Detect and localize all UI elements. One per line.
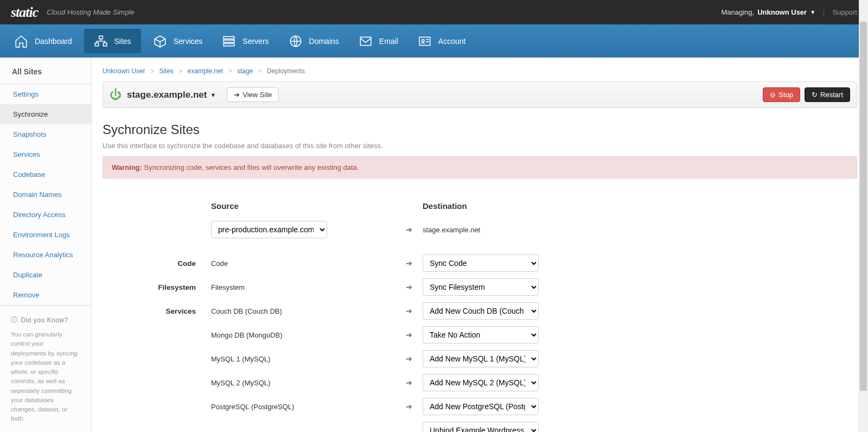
topbar: static Cloud Hosting Made Simple Managin… [0, 0, 868, 24]
sync-row-code: Code Code ➔ Sync Code [135, 252, 732, 274]
nav-label: Email [379, 37, 398, 46]
nav-dashboard[interactable]: Dashboard [4, 24, 82, 58]
account-icon [418, 34, 432, 48]
dest-postgresql-select[interactable]: Add New PostgreSQL (PostgreSQL) [423, 398, 539, 415]
managing-label: Managing, [721, 8, 754, 16]
svg-rect-1 [95, 43, 99, 46]
dest-extra-select[interactable]: Unbind Example Wordpress DB [423, 422, 539, 432]
view-site-button[interactable]: ➔ View Site [227, 87, 279, 102]
breadcrumb: Unknown User > Sites > example.net > sta… [103, 67, 857, 75]
separator: | [823, 8, 825, 16]
source-mysql1: MySQL 1 (MySQL) [211, 355, 395, 363]
sync-row-filesystem: Filesystem Filesystem ➔ Sync Filesystem [135, 276, 732, 298]
sites-icon [94, 34, 108, 48]
power-icon[interactable]: ⏻ [110, 88, 122, 102]
nav-domains[interactable]: Domains [279, 24, 349, 58]
source-select[interactable]: pre-production.example.com [211, 221, 327, 238]
restart-button[interactable]: ↻ Restart [805, 87, 850, 102]
dest-heading: Destination [423, 201, 467, 211]
row-label-services: Services [135, 307, 211, 315]
warning-text: Syncronizing code, services and files wi… [144, 163, 359, 171]
sidebar-item-directory-access[interactable]: Directory Access [0, 205, 91, 225]
nav-account[interactable]: Account [408, 24, 476, 58]
row-label-code: Code [135, 259, 211, 268]
nav-label: Domains [309, 37, 339, 46]
warning-alert: Warning: Syncronizing code, services and… [103, 156, 857, 179]
svg-rect-8 [419, 37, 430, 45]
view-site-label: View Site [242, 91, 272, 99]
nav-sites[interactable]: Sites [84, 29, 141, 53]
breadcrumb-sites[interactable]: Sites [159, 67, 174, 75]
sidebar-info-title: ⓘ Did you Know? [11, 315, 80, 325]
current-user[interactable]: Unknown User [757, 8, 807, 16]
arrow-right-icon: ➔ [406, 331, 412, 339]
sidebar-item-services[interactable]: Services [0, 144, 91, 164]
home-icon [14, 34, 28, 48]
dest-mysql1-select[interactable]: Add New MySQL 1 (MySQL) [423, 350, 539, 367]
sidebar-item-domain-names[interactable]: Domain Names [0, 185, 91, 205]
sync-row-mongodb: Mongo DB (MongoDB) ➔ Take No Action [135, 324, 732, 346]
source-mysql2: MySQL 2 (MySQL) [211, 379, 395, 387]
sidebar-item-settings[interactable]: Settings [0, 84, 91, 104]
site-panel: ⏻ stage.example.net ▼ ➔ View Site ⊖ Stop… [103, 81, 857, 108]
caret-down-icon: ▼ [210, 92, 216, 98]
breadcrumb-stage[interactable]: stage [237, 67, 253, 75]
sidebar-info-text: You can granularly control your deployme… [11, 330, 80, 424]
caret-down-icon[interactable]: ▼ [810, 9, 815, 15]
nav-email[interactable]: Email [349, 24, 408, 58]
globe-icon [289, 34, 303, 48]
dest-filesystem-select[interactable]: Sync Filesystem [423, 278, 539, 296]
tagline: Cloud Hosting Made Simple [47, 8, 134, 16]
nav-services[interactable]: Services [143, 24, 213, 58]
sidebar-item-codebase[interactable]: Codebase [0, 164, 91, 185]
scrollbar-thumb[interactable] [860, 22, 867, 391]
arrow-right-icon: ➔ [406, 378, 412, 387]
arrow-right-icon: ➔ [406, 259, 412, 268]
source-filesystem: Filesystem [211, 283, 395, 291]
sidebar-info: ⓘ Did you Know? You can granularly contr… [0, 306, 91, 432]
arrow-right-icon: ➔ [406, 225, 412, 234]
site-name-dropdown[interactable]: stage.example.net ▼ [127, 90, 216, 100]
sync-grid: Source Destination pre-production.exampl… [135, 195, 732, 432]
logo[interactable]: static [11, 4, 38, 21]
svg-rect-3 [224, 36, 235, 39]
dest-code-select[interactable]: Sync Code [423, 255, 539, 272]
site-name-text: stage.example.net [127, 90, 207, 100]
page-subtitle: Use this interface to sychronize the cod… [103, 142, 857, 150]
sync-source-row: pre-production.example.com ➔ stage.examp… [135, 219, 732, 240]
sidebar-item-remove[interactable]: Remove [0, 285, 91, 305]
svg-rect-0 [99, 36, 103, 39]
nav-servers[interactable]: Servers [212, 24, 278, 58]
dest-mongodb-select[interactable]: Take No Action [423, 326, 539, 344]
dest-couchdb-select[interactable]: Add New Couch DB (Couch DB) [423, 302, 539, 320]
server-icon [222, 34, 236, 48]
source-code: Code [211, 259, 395, 268]
mail-icon [359, 34, 373, 48]
dest-mysql2-select[interactable]: Add New MySQL 2 (MySQL) [423, 374, 539, 391]
row-label-filesystem: Filesystem [135, 283, 211, 291]
stop-label: Stop [778, 91, 793, 99]
sidebar-item-environment-logs[interactable]: Environment Logs [0, 225, 91, 245]
sidebar-item-duplicate[interactable]: Duplicate [0, 265, 91, 285]
svg-point-9 [422, 39, 424, 41]
sidebar-item-resource-analytics[interactable]: Resource Analytics [0, 245, 91, 265]
sidebar-item-synchronize[interactable]: Sychronize [0, 104, 91, 124]
sidebar-item-snapshots[interactable]: Snapshots [0, 124, 91, 144]
dest-site: stage.example.net [423, 226, 480, 234]
nav-label: Servers [242, 37, 269, 46]
svg-rect-7 [360, 37, 371, 45]
breadcrumb-user[interactable]: Unknown User [103, 67, 145, 75]
sync-row-mysql1: MySQL 1 (MySQL) ➔ Add New MySQL 1 (MySQL… [135, 348, 732, 370]
main-nav: Dashboard Sites Services Servers Domains… [0, 24, 868, 58]
sidebar-title[interactable]: All Sites [0, 58, 91, 84]
source-mongodb: Mongo DB (MongoDB) [211, 331, 395, 339]
svg-rect-5 [224, 43, 235, 46]
stop-button[interactable]: ⊖ Stop [763, 87, 800, 102]
arrow-right-icon: ➔ [406, 307, 412, 315]
page-title: Sychronize Sites [103, 122, 857, 137]
scrollbar[interactable] [859, 0, 868, 432]
sidebar: All Sites Settings Sychronize Snapshots … [0, 58, 92, 432]
breadcrumb-domain[interactable]: example.net [188, 67, 223, 75]
arrow-right-icon: ➔ [406, 402, 412, 411]
support-link[interactable]: Support [832, 8, 857, 16]
